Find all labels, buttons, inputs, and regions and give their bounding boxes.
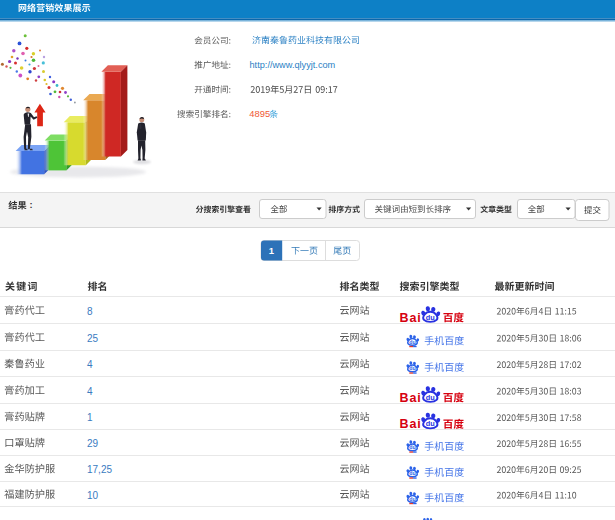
svg-text:du: du: [409, 339, 415, 345]
svg-text:1: 1: [269, 245, 275, 256]
svg-text:du: du: [409, 365, 415, 371]
svg-text:du: du: [409, 470, 415, 476]
svg-text:Bai: Bai: [400, 417, 422, 431]
svg-text:29: 29: [87, 438, 99, 449]
svg-text:du: du: [426, 419, 435, 428]
svg-text:4895: 4895: [249, 108, 270, 119]
svg-text:http://www.qlyyjt.com: http://www.qlyyjt.com: [250, 60, 336, 70]
svg-text:25: 25: [87, 333, 99, 344]
svg-text:Bai: Bai: [400, 311, 422, 325]
svg-text:du: du: [426, 313, 435, 322]
svg-text:du: du: [409, 496, 415, 502]
svg-text:4: 4: [87, 386, 93, 397]
svg-text:17,25: 17,25: [87, 464, 112, 475]
svg-text:1: 1: [87, 412, 93, 423]
svg-text:8: 8: [87, 306, 93, 317]
svg-text:du: du: [426, 393, 435, 402]
svg-text::: :: [30, 200, 33, 210]
svg-text:4: 4: [87, 359, 93, 370]
svg-text:du: du: [409, 444, 415, 450]
svg-text:Bai: Bai: [400, 391, 422, 405]
svg-text:10: 10: [87, 490, 99, 501]
